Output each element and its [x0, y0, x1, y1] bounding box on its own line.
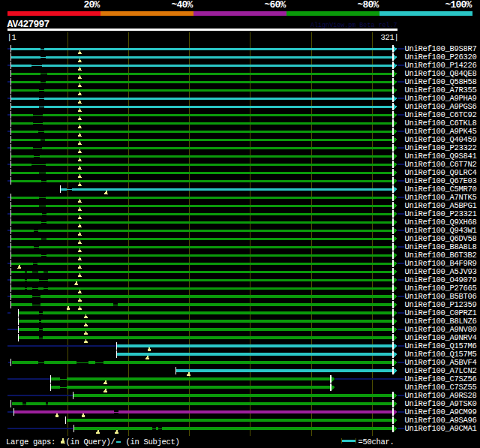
svg-text:AlignView.pm Beta rel.7: AlignView.pm Beta rel.7 — [310, 22, 398, 29]
svg-text:~100%: ~100% — [445, 0, 472, 11]
svg-text:Large gaps:: Large gaps: — [6, 437, 56, 446]
svg-text:|1: |1 — [8, 33, 16, 42]
svg-text:UniRef100_A9CMA1: UniRef100_A9CMA1 — [405, 424, 477, 433]
svg-text:(in Query)/: (in Query)/ — [66, 437, 116, 446]
svg-text:~60%: ~60% — [264, 0, 286, 11]
svg-text:AV427997: AV427997 — [8, 19, 50, 30]
svg-text:=50char.: =50char. — [358, 437, 394, 446]
svg-text:~40%: ~40% — [171, 0, 193, 11]
svg-text:20%: 20% — [83, 0, 100, 11]
svg-text:~80%: ~80% — [357, 0, 379, 11]
svg-text:321|: 321| — [380, 33, 398, 42]
svg-text:(in Subject): (in Subject) — [126, 437, 180, 446]
